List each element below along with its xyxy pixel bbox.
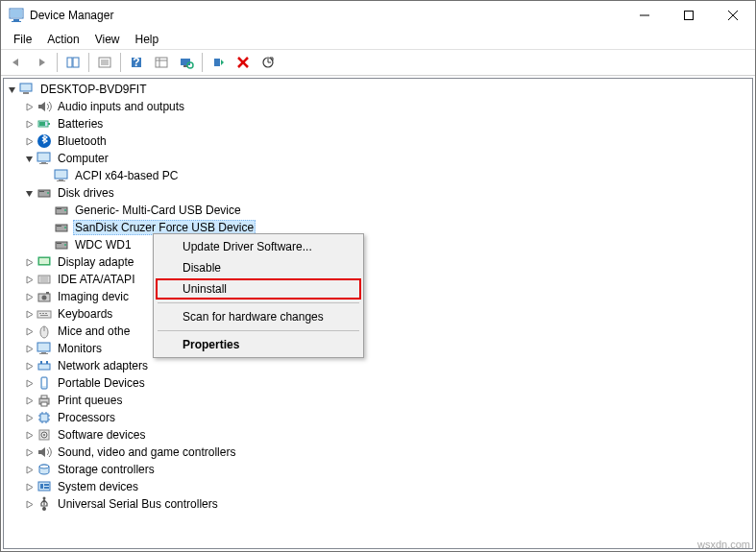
tree-item-cpu[interactable]: Processors — [4, 409, 752, 426]
tree-item-printer[interactable]: Print queues — [4, 392, 752, 409]
expand-icon[interactable] — [21, 120, 37, 129]
expand-icon[interactable] — [21, 276, 37, 284]
close-button[interactable] — [711, 1, 755, 30]
toolbar-separator — [202, 53, 203, 72]
svg-rect-62 — [45, 313, 47, 314]
show-hide-button[interactable] — [61, 52, 85, 73]
expand-icon[interactable] — [21, 327, 37, 336]
tree-item-label: Monitors — [56, 342, 104, 355]
tree-item-child[interactable]: WDC WD1 — [4, 236, 752, 253]
menu-help[interactable]: Help — [129, 32, 166, 47]
tree-item-child[interactable]: ACPI x64-based PC — [4, 167, 752, 184]
tree-item-storage[interactable]: Storage controllers — [4, 461, 752, 478]
tree-item-label: Portable Devices — [56, 376, 147, 390]
expand-icon[interactable] — [21, 345, 37, 353]
tree-item-label: Batteries — [56, 117, 105, 131]
monitor-icon — [54, 168, 69, 183]
svg-rect-69 — [38, 364, 50, 370]
disk-icon — [37, 185, 52, 201]
scan-hardware-button[interactable] — [175, 52, 198, 73]
expand-icon[interactable] — [21, 483, 37, 492]
back-button[interactable] — [5, 52, 28, 73]
tree-item-battery[interactable]: Batteries — [4, 115, 752, 132]
ctx-uninstall[interactable]: Uninstall — [156, 278, 361, 300]
collapse-icon[interactable] — [21, 155, 37, 163]
svg-rect-76 — [41, 402, 47, 406]
app-icon — [9, 8, 24, 23]
expand-icon[interactable] — [21, 362, 37, 371]
tree-item-network[interactable]: Network adapters — [4, 357, 752, 374]
svg-rect-33 — [41, 162, 46, 163]
menu-view[interactable]: View — [88, 32, 127, 47]
svg-rect-49 — [57, 243, 61, 244]
svg-rect-2 — [13, 19, 19, 21]
update-driver-button[interactable] — [256, 52, 280, 73]
menu-file[interactable]: File — [7, 32, 38, 47]
svg-rect-91 — [40, 484, 43, 489]
ctx-disable[interactable]: Disable — [156, 257, 361, 278]
expand-icon[interactable] — [21, 293, 37, 301]
tree-item-label: Network adapters — [56, 359, 150, 372]
uninstall-device-button[interactable] — [232, 52, 255, 73]
svg-rect-75 — [41, 396, 47, 398]
tree-item-software[interactable]: Software devices — [4, 426, 752, 444]
svg-point-39 — [47, 192, 49, 194]
ctx-properties[interactable]: Properties — [156, 334, 361, 355]
ctx-separator — [158, 330, 359, 331]
ctx-scan-hardware[interactable]: Scan for hardware changes — [156, 306, 361, 327]
tree-item-monitor[interactable]: Computer — [4, 150, 752, 167]
svg-rect-61 — [42, 313, 44, 314]
tree-item-system[interactable]: System devices — [4, 478, 752, 495]
ctx-separator — [158, 302, 359, 303]
pc-icon — [19, 82, 35, 97]
enable-device-button[interactable] — [207, 52, 230, 73]
expand-icon[interactable] — [21, 103, 37, 111]
expand-icon[interactable] — [21, 396, 37, 405]
tree-item-child[interactable]: Generic- Multi-Card USB Device — [4, 202, 752, 219]
expand-icon[interactable] — [21, 414, 37, 422]
tree-item-display[interactable]: Display adapte — [4, 253, 752, 271]
minimize-button[interactable] — [622, 1, 667, 30]
tree-root[interactable]: DESKTOP-BVD9FIT — [4, 81, 752, 98]
device-tree[interactable]: DESKTOP-BVD9FITAudio inputs and outputsB… — [3, 78, 753, 549]
titlebar: Device Manager — [1, 1, 755, 30]
forward-button[interactable] — [30, 52, 53, 73]
tree-item-disk[interactable]: Disk drives — [4, 184, 752, 202]
svg-text:?: ? — [133, 56, 139, 69]
menu-action[interactable]: Action — [40, 32, 85, 47]
expand-icon[interactable] — [21, 448, 37, 457]
expand-icon[interactable] — [21, 500, 37, 509]
tree-item-imaging[interactable]: Imaging devic — [4, 288, 752, 305]
svg-rect-27 — [23, 92, 29, 94]
toolbar-separator — [88, 53, 89, 72]
help-toolbar-button[interactable]: ? — [125, 52, 148, 73]
tree-item-bluetooth[interactable]: Bluetooth — [4, 132, 752, 150]
tree-item-label: Print queues — [56, 394, 124, 407]
tree-item-ide[interactable]: IDE ATA/ATAPI — [4, 271, 752, 288]
view-list-button[interactable] — [150, 52, 173, 73]
maximize-button[interactable] — [667, 1, 711, 30]
svg-rect-92 — [44, 484, 49, 486]
properties-toolbar-button[interactable] — [93, 52, 116, 73]
expand-icon[interactable] — [21, 258, 37, 267]
expand-icon[interactable] — [21, 310, 37, 319]
tree-item-child[interactable]: SanDisk Cruzer Force USB Device — [4, 219, 752, 236]
expand-icon[interactable] — [21, 431, 37, 440]
expand-icon[interactable] — [21, 379, 37, 388]
tree-item-monitor[interactable]: Monitors — [4, 340, 752, 357]
tree-item-audio[interactable]: Audio inputs and outputs — [4, 98, 752, 115]
collapse-icon[interactable] — [4, 85, 19, 94]
svg-rect-71 — [46, 361, 48, 364]
tree-item-usb[interactable]: Universal Serial Bus controllers — [4, 495, 752, 513]
tree-item-audio[interactable]: Sound, video and game controllers — [4, 444, 752, 461]
expand-icon[interactable] — [21, 466, 37, 474]
svg-point-42 — [64, 209, 66, 211]
tree-item-portable[interactable]: Portable Devices — [4, 374, 752, 392]
tree-item-keyboard[interactable]: Keyboards — [4, 305, 752, 323]
ctx-update-driver[interactable]: Update Driver Software... — [156, 236, 361, 257]
window-controls — [622, 1, 755, 30]
collapse-icon[interactable] — [21, 189, 37, 198]
tree-item-mouse[interactable]: Mice and othe — [4, 323, 752, 340]
expand-icon[interactable] — [21, 137, 37, 146]
svg-rect-63 — [40, 315, 48, 316]
